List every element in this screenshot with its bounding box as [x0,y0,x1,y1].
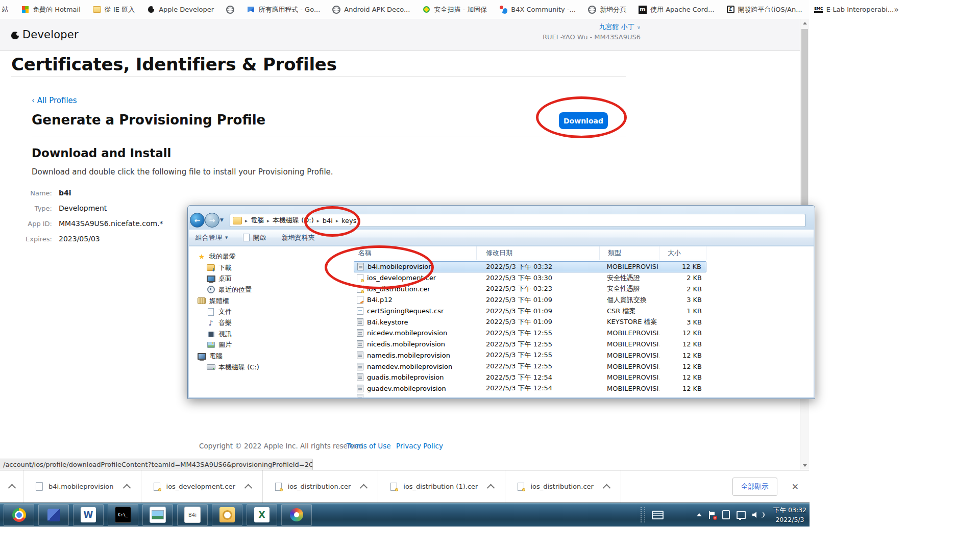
file-size: 12 KB [659,352,706,359]
breadcrumb-item[interactable]: 本機磁碟 (D:) [273,216,314,225]
breadcrumb-item[interactable]: b4i [323,217,333,224]
terms-of-use-link[interactable]: Terms of Use [347,442,391,450]
sidebar-item[interactable]: 媒體櫃 [189,295,354,307]
scrollbar-thumb[interactable] [801,29,808,217]
bookmark-item[interactable]: 使用 Apache Cord... [639,5,715,14]
file-row[interactable]: namedis.mobileprovision 2022/5/3 下午 12:5… [354,350,706,361]
bookmark-item[interactable]: 免費的 Hotmail [21,5,81,14]
sidebar-item[interactable]: 桌面 [189,273,354,284]
chevron-up-icon[interactable] [360,484,368,492]
chevron-up-icon[interactable] [244,484,252,492]
sidebar-item[interactable]: 文件 [189,306,354,317]
bookmark-item[interactable]: B4X Community -... [499,6,576,14]
taskbar-clock[interactable]: 下午 03:32 2022/5/3 [773,505,806,525]
sidebar-item[interactable]: 我的最愛 [189,251,354,262]
back-button[interactable] [190,213,205,228]
file-date: 2022/5/3 下午 12:54 [477,373,600,382]
bookmark-item[interactable]: 安全扫描 - 加固保 [422,5,487,14]
privacy-policy-link[interactable]: Privacy Policy [396,442,443,450]
bookmark-item[interactable]: Apple Developer [147,6,214,14]
taskbar-app-button[interactable] [73,504,104,526]
download-item[interactable]: ios_distribution.cer [505,470,621,503]
chevron-up-icon[interactable] [603,484,611,492]
detail-row: App ID: MM43SA9US6.nicefate.com.* [20,219,163,228]
history-dropdown-icon[interactable] [220,217,224,222]
show-all-downloads-button[interactable]: 全部顯示 [732,478,777,496]
file-row[interactable]: guadis.mobileprovision 2022/5/3 下午 12:54… [354,372,706,383]
downloads-collapse-button[interactable] [9,482,15,491]
taskbar-app-button[interactable] [281,504,312,526]
sidebar-item[interactable]: 圖片 [189,340,354,351]
address-field[interactable]: 電腦本機磁碟 (D:)b4ikeys [230,214,805,227]
taskbar-app-button[interactable] [4,504,34,526]
file-row[interactable]: B4i.keystore 2022/5/3 下午 01:09 KEYSTORE … [354,316,706,328]
scrollbar-down-arrow[interactable] [800,461,809,470]
taskbar-app-button[interactable] [38,504,69,526]
breadcrumb-item[interactable]: 電腦 [251,216,264,225]
clipboard-icon[interactable] [722,510,730,519]
sidebar-item-icon [206,264,215,272]
sidebar-item-icon [206,341,215,349]
taskbar-app-button[interactable] [212,504,242,526]
new-folder-button[interactable]: 新增資料夾 [281,233,314,242]
bookmark-item[interactable] [226,6,234,14]
open-button[interactable]: 開啟 [243,233,266,242]
column-header[interactable]: 修改日期 [477,246,600,260]
sidebar-item[interactable]: 視訊 [189,329,354,340]
scrollbar-up-arrow[interactable] [800,19,809,28]
forward-button[interactable] [205,213,219,228]
chevron-up-icon[interactable] [487,484,495,492]
tray-expand-icon[interactable] [697,513,702,516]
file-row[interactable]: B4i.p12 2022/5/3 下午 01:09 個人資訊交換 3 KB [354,294,706,306]
taskbar-app-button[interactable] [247,504,277,526]
breadcrumb-item[interactable]: keys [341,217,357,224]
organize-menu-button[interactable]: 組合管理 [195,233,228,242]
sidebar-item[interactable]: 最近的位置 [189,284,354,295]
bookmark-item[interactable]: 從 IE 匯入 [93,5,135,14]
bookmark-item[interactable]: Android APK Deco... [332,6,410,14]
downloads-close-icon[interactable]: ✕ [792,482,799,492]
bookmark-item[interactable]: 新增分頁 [588,5,626,14]
sidebar-item[interactable]: 電腦 [189,350,354,362]
download-item[interactable]: b4i.mobileprovision [23,470,141,503]
download-item[interactable]: ios_distribution (1).cer [378,470,505,503]
bookmark-item[interactable]: E-Lab Interoperabi... [815,6,894,14]
column-header[interactable]: 類型 [600,246,659,260]
bookmarks-overflow-button[interactable]: » [894,5,913,14]
sidebar-item[interactable]: 本機磁碟 (C:) [189,362,354,373]
all-profiles-back-link[interactable]: ‹ All Profiles [32,96,77,105]
file-row[interactable]: ios_development.cer 2022/5/3 下午 03:30 安全… [354,272,706,284]
keyboard-icon[interactable] [652,511,664,519]
file-row[interactable]: nicedis.mobileprovision 2022/5/3 下午 12:5… [354,339,706,350]
network-icon[interactable] [737,511,746,519]
file-row[interactable]: guadev.mobileprovision 2022/5/3 下午 12:54… [354,383,706,394]
detail-row: Name: b4i [20,189,163,197]
bookmark-favicon [815,6,823,14]
bookmark-item[interactable]: 開發跨平台(iOS/An... [727,5,802,14]
chevron-up-icon[interactable] [122,484,131,492]
apple-developer-logo[interactable]: Developer [11,19,79,51]
bookmark-item[interactable]: 所有應用程式 - Go... [247,5,320,14]
file-name: ios_development.cer [367,274,436,282]
action-center-flag-icon[interactable]: × [708,511,716,519]
file-row[interactable]: ios_distribution.cer 2022/5/3 下午 03:23 安… [354,283,706,294]
taskbar-app-button[interactable] [142,504,173,526]
download-button[interactable]: Download [559,112,608,129]
taskbar-app-button[interactable] [108,504,138,526]
bookmark-item[interactable]: 站 [2,5,9,14]
file-row[interactable]: namedev.mobileprovision 2022/5/3 下午 12:5… [354,361,706,372]
bookmark-label: 新增分頁 [600,5,626,14]
account-menu[interactable]: 九宮館 小丁 [543,22,641,32]
column-header[interactable]: 大小 [659,246,706,260]
bookmark-favicon [93,6,101,14]
column-header[interactable]: 名稱 [354,246,477,260]
file-row[interactable]: certSigningRequest.csr 2022/5/3 下午 01:09… [354,306,706,317]
taskbar-app-button[interactable] [177,504,208,526]
download-item[interactable]: ios_development.cer [141,470,262,503]
volume-icon[interactable] [752,512,759,518]
download-item[interactable]: ios_distribution.cer [263,470,378,503]
sidebar-item[interactable]: 下載 [189,262,354,273]
file-row[interactable]: nicedev.mobileprovision 2022/5/3 下午 12:5… [354,328,706,339]
file-row[interactable]: b4i.mobileprovision 2022/5/3 下午 03:32 MO… [354,261,706,272]
sidebar-item[interactable]: 音樂 [189,317,354,329]
